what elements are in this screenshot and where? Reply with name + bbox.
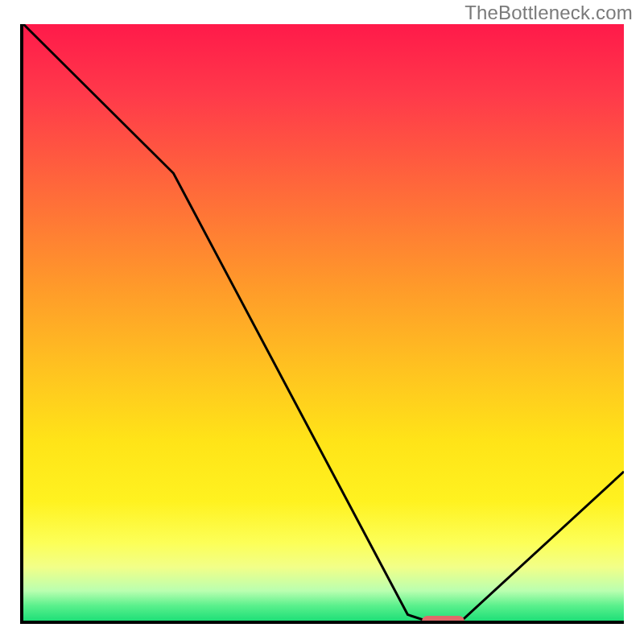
curve-layer [23, 24, 624, 621]
plot-area [20, 24, 624, 624]
watermark-text: TheBottleneck.com [464, 2, 633, 24]
bottleneck-curve-path [23, 24, 624, 621]
optimal-range-marker [422, 616, 464, 624]
bottleneck-chart: TheBottleneck.com [0, 0, 644, 644]
